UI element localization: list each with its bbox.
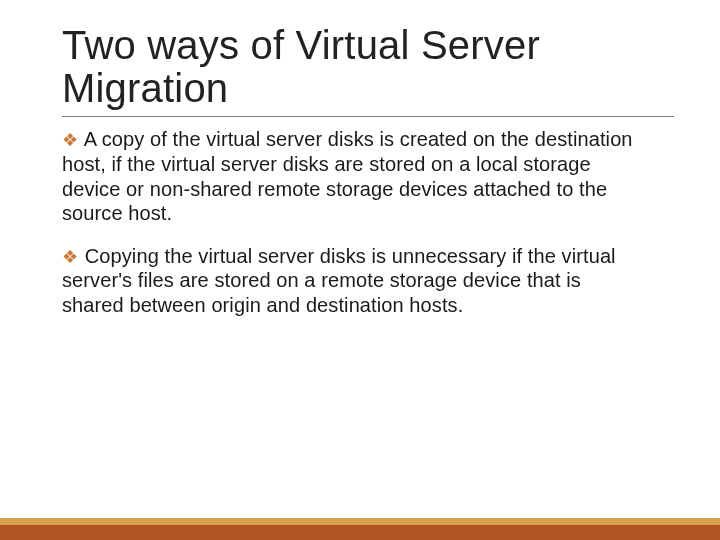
bullet-text: A copy of the virtual server disks is cr…	[62, 128, 633, 224]
slide: Two ways of Virtual Server Migration ❖ A…	[0, 0, 720, 540]
diamond-bullet-icon: ❖	[62, 130, 78, 150]
content-area: ❖ A copy of the virtual server disks is …	[62, 127, 674, 317]
bullet-item: ❖ A copy of the virtual server disks is …	[62, 127, 646, 225]
title-underline	[62, 116, 674, 117]
bullet-text: Copying the virtual server disks is unne…	[62, 245, 616, 316]
footer-bar-gold	[0, 518, 720, 525]
footer-bar-rust	[0, 525, 720, 540]
bullet-item: ❖ Copying the virtual server disks is un…	[62, 244, 646, 318]
diamond-bullet-icon: ❖	[62, 247, 78, 267]
slide-title: Two ways of Virtual Server Migration	[62, 24, 674, 110]
footer-bar	[0, 518, 720, 540]
